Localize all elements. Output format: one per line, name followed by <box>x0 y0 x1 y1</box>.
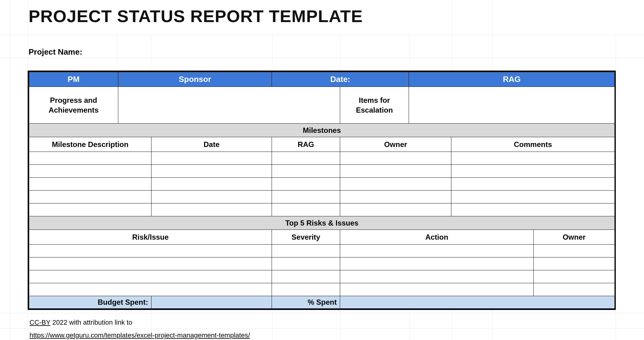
risk-cell[interactable] <box>340 257 534 270</box>
page-title: PROJECT STATUS REPORT TEMPLATE <box>29 6 363 26</box>
milestones-header-comments: Comments <box>451 137 615 152</box>
risks-section-header: Top 5 Risks & Issues <box>29 216 615 230</box>
risk-cell[interactable] <box>29 245 272 257</box>
header-date[interactable]: Date: <box>272 72 409 87</box>
risk-cell[interactable] <box>272 257 340 270</box>
milestone-row <box>29 152 615 165</box>
progress-achievements-input[interactable] <box>118 87 340 124</box>
header-pm[interactable]: PM <box>29 72 118 87</box>
milestone-cell[interactable] <box>151 191 272 203</box>
risk-cell[interactable] <box>272 270 340 283</box>
percent-spent-input[interactable] <box>340 296 615 309</box>
ccby-link[interactable]: CC-BY <box>29 319 50 326</box>
progress-escalation-row: Progress and Achievements Items for Esca… <box>29 87 615 124</box>
items-escalation-label: Items for Escalation <box>340 87 409 124</box>
risk-cell[interactable] <box>272 283 340 296</box>
milestone-cell[interactable] <box>451 178 615 191</box>
milestone-cell[interactable] <box>151 152 272 165</box>
milestone-cell[interactable] <box>340 191 451 203</box>
risk-cell[interactable] <box>534 257 615 270</box>
milestones-header-owner: Owner <box>340 137 451 152</box>
milestones-header-date: Date <box>151 137 272 152</box>
risk-row <box>29 283 615 296</box>
milestone-cell[interactable] <box>451 191 615 203</box>
risk-cell[interactable] <box>29 283 272 296</box>
milestones-section-header: Milestones <box>29 124 615 137</box>
risks-column-headers: Risk/Issue Severity Action Owner <box>29 230 615 245</box>
milestone-row <box>29 203 615 216</box>
risk-cell[interactable] <box>29 270 272 283</box>
risk-row <box>29 257 615 270</box>
milestone-row <box>29 191 615 203</box>
milestones-header-rag: RAG <box>272 137 340 152</box>
milestones-column-headers: Milestone Description Date RAG Owner Com… <box>29 137 615 152</box>
status-table: PM Sponsor Date: RAG Progress and Achiev… <box>28 71 616 310</box>
milestone-cell[interactable] <box>29 152 151 165</box>
milestone-cell[interactable] <box>29 191 151 203</box>
risks-header-risk-issue: Risk/Issue <box>29 230 272 245</box>
budget-row: Budget Spent: % Spent <box>29 296 615 309</box>
risk-cell[interactable] <box>534 270 615 283</box>
milestone-cell[interactable] <box>340 203 451 216</box>
risk-cell[interactable] <box>534 283 615 296</box>
risks-header-action: Action <box>340 230 534 245</box>
risks-header-severity: Severity <box>272 230 340 245</box>
milestone-cell[interactable] <box>451 165 615 178</box>
milestone-cell[interactable] <box>272 191 340 203</box>
percent-spent-label: % Spent <box>272 296 340 309</box>
attribution-link[interactable]: https://www.getguru.com/templates/excel-… <box>29 331 250 339</box>
milestone-cell[interactable] <box>272 178 340 191</box>
milestones-header-description: Milestone Description <box>29 137 151 152</box>
header-rag[interactable]: RAG <box>409 72 615 87</box>
milestone-cell[interactable] <box>272 203 340 216</box>
milestone-cell[interactable] <box>151 203 272 216</box>
milestone-row <box>29 165 615 178</box>
milestone-cell[interactable] <box>451 203 615 216</box>
spreadsheet-canvas: PROJECT STATUS REPORT TEMPLATE Project N… <box>0 0 644 340</box>
milestone-cell[interactable] <box>340 165 451 178</box>
budget-spent-input[interactable] <box>151 296 272 309</box>
header-sponsor[interactable]: Sponsor <box>118 72 272 87</box>
project-name-label: Project Name: <box>29 47 82 57</box>
header-row: PM Sponsor Date: RAG <box>29 72 615 87</box>
milestone-cell[interactable] <box>272 165 340 178</box>
risk-row <box>29 270 615 283</box>
risk-cell[interactable] <box>340 245 534 257</box>
risk-cell[interactable] <box>534 245 615 257</box>
milestone-cell[interactable] <box>29 165 151 178</box>
milestone-cell[interactable] <box>340 178 451 191</box>
risk-cell[interactable] <box>272 245 340 257</box>
items-escalation-input[interactable] <box>409 87 615 124</box>
progress-achievements-label: Progress and Achievements <box>29 87 118 124</box>
risks-header-owner: Owner <box>534 230 615 245</box>
milestone-cell[interactable] <box>151 165 272 178</box>
risk-row <box>29 245 615 257</box>
risk-cell[interactable] <box>340 283 534 296</box>
budget-spent-label: Budget Spent: <box>29 296 151 309</box>
attribution-line-1: CC-BY 2022 with attribution link to <box>29 319 132 326</box>
milestone-cell[interactable] <box>272 152 340 165</box>
risk-cell[interactable] <box>340 270 534 283</box>
milestone-cell[interactable] <box>451 152 615 165</box>
milestone-cell[interactable] <box>340 152 451 165</box>
risk-cell[interactable] <box>29 257 272 270</box>
milestone-cell[interactable] <box>151 178 272 191</box>
milestone-cell[interactable] <box>29 203 151 216</box>
milestone-row <box>29 178 615 191</box>
milestone-cell[interactable] <box>29 178 151 191</box>
